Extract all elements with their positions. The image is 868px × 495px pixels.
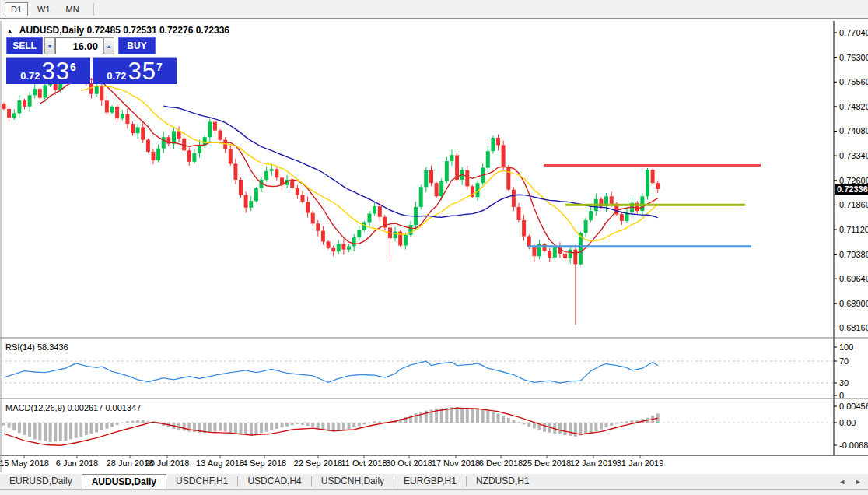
macd-axis-label: 0.004561 bbox=[839, 402, 868, 411]
price-axis-label: 0.68900 bbox=[839, 299, 868, 308]
ohlc-values: 0.72485 0.72531 0.72276 0.72336 bbox=[87, 25, 230, 36]
date-axis-label: 30 Oct 2018 bbox=[386, 458, 432, 468]
sell-price-box[interactable]: 0.72 33 6 bbox=[6, 57, 90, 84]
price-axis-label: 0.77040 bbox=[839, 28, 868, 37]
spin-down-icon: ▼ bbox=[47, 44, 53, 49]
spin-up-icon: ▲ bbox=[107, 44, 112, 49]
date-axis-label: 22 Sep 2018 bbox=[294, 458, 342, 468]
chart-tab-audusd[interactable]: AUDUSD,Daily bbox=[82, 474, 166, 489]
macd-axis-label: -0.006819 bbox=[839, 441, 868, 450]
price-axis-label: 0.68160 bbox=[839, 323, 868, 332]
buy-price-pip: 7 bbox=[156, 63, 163, 71]
date-axis-label: 20 Jul 2018 bbox=[145, 458, 190, 468]
volume-increase-button[interactable]: ▲ bbox=[103, 37, 114, 54]
chart-tab-eurgbp[interactable]: EURGBP,H1 bbox=[394, 474, 466, 489]
sell-price-base: 0.72 bbox=[20, 71, 40, 82]
sell-price-big: 33 bbox=[42, 61, 70, 82]
date-axis-label: 4 Sep 2018 bbox=[243, 458, 286, 468]
sell-button[interactable]: SELL bbox=[6, 37, 43, 54]
rsi-axis-label: 30 bbox=[839, 378, 849, 388]
tab-scroll-left-icon[interactable]: ◄ bbox=[838, 478, 845, 486]
price-axis-label: 0.76300 bbox=[839, 53, 868, 62]
price-axis-label: 0.69640 bbox=[839, 274, 868, 283]
toolbar-separator bbox=[93, 3, 94, 16]
buy-price-big: 35 bbox=[128, 61, 156, 82]
symbol-name: AUDUSD,Daily bbox=[19, 25, 84, 36]
price-axis-label: 0.75560 bbox=[839, 77, 868, 86]
buy-button[interactable]: BUY bbox=[118, 37, 156, 54]
chart-tab-usdcad[interactable]: USDCAD,H4 bbox=[238, 474, 310, 489]
timeframe-toolbar: D1W1MN bbox=[0, 0, 868, 19]
buy-price-base: 0.72 bbox=[107, 71, 126, 82]
buy-price-box[interactable]: 0.72 35 7 bbox=[93, 57, 177, 84]
macd-indicator-label: MACD(12,26,9) 0.002617 0.001347 bbox=[5, 403, 141, 412]
chart-symbol-header: ▲ AUDUSD,Daily 0.72485 0.72531 0.72276 0… bbox=[6, 25, 229, 36]
price-axis-label: 0.74080 bbox=[839, 126, 868, 135]
mt4-window: 0.770400.763000.755600.748200.740800.733… bbox=[0, 0, 868, 495]
timeframe-button-d1[interactable]: D1 bbox=[5, 2, 28, 16]
date-axis-label: 11 Oct 2018 bbox=[341, 458, 387, 468]
price-axis-label: 0.71120 bbox=[839, 225, 868, 234]
rsi-indicator-label: RSI(14) 58.3436 bbox=[5, 342, 68, 352]
price-axis-label: 0.74820 bbox=[839, 102, 868, 111]
date-axis-label: 6 Dec 2018 bbox=[479, 458, 523, 468]
macd-axis-label: 0.00 bbox=[839, 418, 856, 427]
timeframe-button-mn[interactable]: MN bbox=[60, 2, 86, 16]
tab-scroll-right-icon[interactable]: ► bbox=[855, 478, 862, 486]
date-axis-label: 12 Jan 2019 bbox=[570, 458, 618, 468]
price-axis-label: 0.71860 bbox=[839, 200, 868, 209]
chart-tab-usdcnh[interactable]: USDCNH,Daily bbox=[312, 474, 394, 489]
price-axis-label: 0.70380 bbox=[839, 250, 868, 259]
date-axis-label: 25 Dec 2018 bbox=[523, 458, 571, 468]
date-axis-label: 15 May 2018 bbox=[0, 458, 49, 468]
rsi-axis-label: 100 bbox=[839, 342, 853, 352]
collapse-panel-icon[interactable]: ▲ bbox=[6, 27, 13, 35]
rsi-axis-label: 0 bbox=[839, 391, 844, 400]
chart-tab-bar: EURUSD,DailyAUDUSD,DailyUSDCHF,H1USDCAD,… bbox=[0, 473, 868, 489]
volume-decrease-button[interactable]: ▼ bbox=[44, 37, 55, 54]
date-axis-label: 6 Jun 2018 bbox=[56, 458, 98, 468]
bottom-strip bbox=[0, 489, 868, 495]
price-axis-label: 0.72600 bbox=[839, 176, 868, 185]
date-axis-label: 31 Jan 2019 bbox=[617, 458, 664, 468]
chart-tab-nzdusd[interactable]: NZDUSD,H1 bbox=[467, 474, 539, 489]
price-axis-label: 0.73340 bbox=[839, 151, 868, 160]
sell-price-pip: 6 bbox=[70, 63, 76, 71]
date-axis-label: 17 Nov 2018 bbox=[432, 458, 480, 468]
chart-tab-eurusd[interactable]: EURUSD,Daily bbox=[0, 474, 82, 489]
rsi-axis-label: 70 bbox=[839, 356, 849, 366]
volume-input[interactable]: 16.00 bbox=[55, 37, 103, 54]
one-click-trading-panel: SELL ▼ 16.00 ▲ BUY 0.72 33 6 0.72 35 7 bbox=[6, 37, 177, 84]
date-axis-label: 13 Aug 2018 bbox=[196, 458, 244, 468]
current-price-label: 0.72336 bbox=[837, 184, 868, 194]
timeframe-button-w1[interactable]: W1 bbox=[31, 2, 57, 16]
chart-tab-usdchf[interactable]: USDCHF,H1 bbox=[166, 474, 237, 489]
